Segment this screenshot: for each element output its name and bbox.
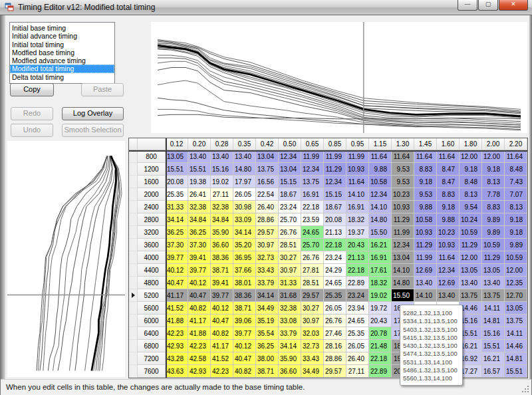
table-cell[interactable]: 28.86	[256, 213, 279, 226]
table-cell[interactable]: 25.35	[324, 289, 346, 302]
table-cell[interactable]: 17.61	[369, 264, 392, 277]
table-cell[interactable]: 27.81	[301, 264, 324, 277]
table-cell[interactable]: 12.35	[505, 277, 527, 289]
minimize-button[interactable]: —	[458, 0, 477, 11]
table-cell[interactable]: 14.81	[505, 352, 527, 365]
table-cell[interactable]: 11.64	[505, 150, 527, 163]
table-cell[interactable]: 15.16	[482, 327, 505, 340]
column-header[interactable]: 0.65	[301, 138, 324, 150]
table-cell[interactable]: 11.64	[369, 150, 392, 163]
table-cell[interactable]: 20.43	[346, 239, 369, 251]
table-cell[interactable]: 16.21	[460, 340, 482, 352]
table-cell[interactable]: 38.71	[233, 302, 256, 315]
table-cell[interactable]: 41.88	[188, 327, 211, 340]
table-cell[interactable]: 29.57	[324, 365, 346, 378]
table-cell[interactable]: 9.18	[460, 163, 482, 176]
table-cell[interactable]: 37.30	[188, 239, 211, 251]
table-cell[interactable]: 24.65	[324, 277, 346, 289]
table-cell[interactable]: 33.43	[301, 352, 324, 365]
table-cell[interactable]: 7.07	[505, 188, 527, 201]
table-cell[interactable]: 23.59	[301, 213, 324, 226]
table-cell[interactable]: 34.14	[166, 213, 188, 226]
table-cell[interactable]: 27.46	[324, 327, 346, 340]
table-cell[interactable]: 11.29	[414, 239, 437, 251]
table-cell[interactable]: 10.93	[346, 163, 369, 176]
listbox-item[interactable]: Modified total timing	[10, 65, 114, 72]
table-cell[interactable]: 15.51	[482, 340, 505, 352]
table-cell[interactable]: 9.88	[369, 163, 392, 176]
table-cell[interactable]: 38.00	[256, 352, 279, 365]
column-header[interactable]: 0.95	[346, 138, 369, 150]
table-cell[interactable]: 22.18	[324, 239, 346, 251]
table-cell[interactable]: 32.38	[211, 201, 233, 213]
table-cell[interactable]: 13.40	[233, 150, 256, 163]
table-cell[interactable]: 9.89	[482, 213, 505, 226]
table-cell[interactable]: 9.53	[392, 176, 414, 188]
table-cell[interactable]: 10.24	[460, 213, 482, 226]
table-cell[interactable]: 17.97	[233, 176, 256, 188]
table-cell[interactable]: 13.05	[166, 150, 188, 163]
table-cell[interactable]: 9.88	[437, 213, 460, 226]
table-cell[interactable]: 13.05	[482, 264, 505, 277]
table-cell[interactable]: 8.47	[437, 163, 460, 176]
table-cell[interactable]: 33.79	[279, 327, 301, 340]
table-cell[interactable]: 11.64	[392, 150, 414, 163]
table-cell[interactable]: 33.43	[256, 264, 279, 277]
table-cell[interactable]: 26.05	[324, 302, 346, 315]
listbox-item[interactable]: Modfied advance timing	[10, 57, 114, 65]
table-cell[interactable]: 15.16	[460, 315, 482, 327]
table-cell[interactable]: 14.46	[505, 340, 527, 352]
table-cell[interactable]: 9.88	[414, 201, 437, 213]
column-header[interactable]: 2.20	[505, 138, 527, 150]
table-cell[interactable]: 12.34	[279, 150, 301, 163]
table-cell[interactable]: 39.77	[188, 264, 211, 277]
table-cell[interactable]: 8.47	[437, 176, 460, 188]
row-header[interactable]: 5200	[138, 289, 166, 302]
column-header[interactable]: 0.42	[256, 138, 279, 150]
table-cell[interactable]: 18.32	[369, 277, 392, 289]
table-cell[interactable]: 13.75	[256, 163, 279, 176]
table-cell[interactable]: 10.93	[392, 201, 414, 213]
table-cell[interactable]: 25.70	[301, 239, 324, 251]
row-header[interactable]: 800	[138, 150, 166, 163]
table-cell[interactable]: 21.13	[324, 226, 346, 239]
table-cell[interactable]: 12.00	[460, 150, 482, 163]
table-cell[interactable]: 13.04	[279, 163, 301, 176]
table-cell[interactable]: 9.18	[482, 163, 505, 176]
table-cell[interactable]: 9.18	[505, 226, 527, 239]
table-cell[interactable]: 19.02	[211, 176, 233, 188]
table-cell[interactable]: 41.17	[188, 315, 211, 327]
table-cell[interactable]: 15.15	[324, 188, 346, 201]
table-cell[interactable]: 35.54	[256, 327, 279, 340]
table-cell[interactable]: 26.05	[346, 340, 369, 352]
table-cell[interactable]: 12.00	[505, 264, 527, 277]
table-cell[interactable]: 28.16	[324, 340, 346, 352]
table-cell[interactable]: 12.34	[369, 188, 392, 201]
table-cell[interactable]: 8.48	[460, 176, 482, 188]
table-cell[interactable]: 13.40	[460, 277, 482, 289]
table-cell[interactable]: 9.89	[482, 226, 505, 239]
table-cell[interactable]: 10.23	[392, 188, 414, 201]
row-header[interactable]: 3200	[138, 226, 166, 239]
table-cell[interactable]: 31.68	[279, 289, 301, 302]
row-header[interactable]: 3600	[138, 239, 166, 251]
table-cell[interactable]: 16.21	[369, 239, 392, 251]
table-cell[interactable]: 18.67	[324, 201, 346, 213]
table-cell[interactable]: 12.34	[437, 264, 460, 277]
table-cell[interactable]: 32.73	[256, 251, 279, 264]
row-header[interactable]: 4000	[138, 251, 166, 264]
table-cell[interactable]: 19.38	[188, 176, 211, 188]
table-cell[interactable]: 9.18	[414, 176, 437, 188]
table-cell[interactable]: 33.09	[233, 213, 256, 226]
table-cell[interactable]: 15.51	[188, 163, 211, 176]
table-cell[interactable]: 23.94	[346, 302, 369, 315]
table-cell[interactable]: 14.11	[482, 302, 505, 315]
maximize-button[interactable]: ▢	[478, 0, 498, 11]
table-cell[interactable]: 40.82	[233, 365, 256, 378]
table-cell[interactable]: 24.29	[324, 264, 346, 277]
table-cell[interactable]: 8.13	[460, 188, 482, 201]
table-cell[interactable]: 14.11	[505, 327, 527, 340]
listbox-item[interactable]: Modfied base timing	[10, 49, 114, 57]
table-cell[interactable]: 15.16	[211, 163, 233, 176]
table-cell[interactable]: 11.99	[414, 251, 437, 264]
